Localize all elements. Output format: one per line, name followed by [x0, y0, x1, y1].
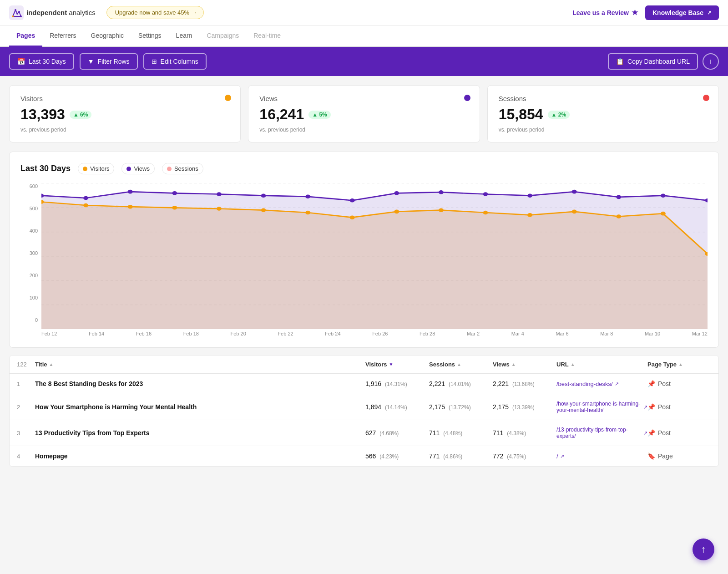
sessions-vs: vs. previous period [499, 127, 708, 133]
edit-label: Edit Columns [161, 58, 198, 65]
toolbar-right: 📋 Copy Dashboard URL i [608, 53, 719, 70]
svg-point-4 [16, 13, 18, 15]
col-head-url[interactable]: URL ▲ [556, 361, 647, 368]
x-label-feb22: Feb 22 [278, 331, 293, 336]
legend-visitors[interactable]: Visitors [78, 163, 114, 174]
row-2-url[interactable]: /how-your-smartphone-is-harming-your-men… [556, 401, 647, 413]
row-3-url[interactable]: /13-productivity-tips-from-top-experts/ … [556, 427, 647, 439]
svg-point-3 [15, 9, 16, 11]
col-head-visitors[interactable]: Visitors ▼ [365, 361, 429, 368]
row-4-type: 🔖 Page [647, 452, 711, 460]
nav-item-referrers[interactable]: Referrers [42, 25, 83, 47]
y-tick-300: 300 [30, 250, 38, 256]
row-3-type-val: Post [658, 429, 671, 437]
views-sort-icon: ▲ [511, 362, 516, 367]
logo-icon [9, 5, 24, 20]
row-1-views: 2,221 (13.68%) [493, 380, 556, 387]
legend-sessions[interactable]: Sessions [162, 163, 203, 174]
row-2-sessions-val: 2,175 [429, 403, 445, 411]
row-2-url-val: /how-your-smartphone-is-harming-your-men… [556, 401, 642, 413]
nav-item-pages[interactable]: Pages [9, 25, 42, 47]
row-4-url[interactable]: / ↗ [556, 453, 647, 460]
x-label-mar2: Mar 2 [467, 331, 480, 336]
header-right: Leave us a Review ★ Knowledge Base ↗ [572, 5, 719, 20]
col-head-title[interactable]: Title ▲ [35, 361, 365, 368]
nav-item-learn[interactable]: Learn [169, 25, 200, 47]
stat-card-sessions: Sessions 15,854 ▲ 2% vs. previous period [487, 85, 719, 142]
title-sort-icon: ▲ [49, 362, 54, 367]
svg-point-5 [18, 11, 20, 13]
visitors-dot-6 [261, 208, 266, 212]
info-button[interactable]: i [703, 53, 719, 70]
col-url-label: URL [556, 361, 569, 368]
row-4-views: 772 (4.75%) [493, 452, 556, 460]
row-4-num: 4 [17, 453, 35, 460]
row-2-views-pct: (13.39%) [512, 404, 535, 411]
row-1-url[interactable]: /best-standing-desks/ ↗ [556, 381, 647, 387]
col-visitors-label: Visitors [365, 361, 387, 368]
copy-dashboard-button[interactable]: 📋 Copy Dashboard URL [608, 53, 698, 70]
row-2-title[interactable]: How Your Smartphone is Harming Your Ment… [35, 403, 365, 411]
filter-rows-button[interactable]: ▼ Filter Rows [80, 53, 138, 70]
upgrade-button[interactable]: Upgrade now and save 45% → [106, 6, 204, 19]
col-head-sessions[interactable]: Sessions ▲ [429, 361, 493, 368]
col-head-count: 122 [17, 361, 35, 368]
nav-item-geographic[interactable]: Geographic [84, 25, 131, 47]
row-2-visitors-pct: (14.14%) [385, 404, 407, 411]
row-3-ext-link-icon: ↗ [643, 430, 647, 436]
row-3-views-val: 711 [493, 429, 503, 437]
x-label-feb12: Feb 12 [41, 331, 57, 336]
pagetype-sort-icon: ▲ [678, 362, 683, 367]
sessions-area [41, 202, 708, 329]
row-2-type-val: Post [658, 403, 671, 411]
legend-views[interactable]: Views [121, 163, 154, 174]
x-label-mar4: Mar 4 [511, 331, 524, 336]
row-3-title[interactable]: 13 Productivity Tips from Top Experts [35, 429, 365, 437]
views-dot-15 [661, 193, 666, 198]
last30-button[interactable]: 📅 Last 30 Days [9, 53, 74, 70]
edit-columns-button[interactable]: ⊞ Edit Columns [143, 53, 207, 70]
table-section: 122 Title ▲ Visitors ▼ Sessions ▲ Views … [9, 355, 719, 467]
nav-item-realtime[interactable]: Real-time [246, 25, 288, 47]
row-4-title[interactable]: Homepage [35, 452, 365, 460]
views-dot-11 [483, 192, 488, 196]
visitors-dot-4 [172, 206, 177, 210]
row-3-num: 3 [17, 430, 35, 437]
col-head-views[interactable]: Views ▲ [493, 361, 556, 368]
leave-review-link[interactable]: Leave us a Review ★ [572, 8, 638, 17]
visitors-dot-12 [527, 213, 532, 217]
sessions-badge: ▲ 2% [548, 111, 570, 119]
visitors-dot-13 [572, 210, 577, 214]
nav-item-campaigns[interactable]: Campaigns [199, 25, 246, 47]
visitors-dot-2 [83, 203, 88, 208]
visitors-number: 13,393 [20, 106, 65, 123]
sessions-dot [703, 95, 709, 101]
views-label: Views [259, 95, 468, 102]
row-2-visitors: 1,894 (14.14%) [365, 403, 429, 411]
row-2-ext-link-icon: ↗ [643, 404, 647, 410]
nav-item-settings[interactable]: Settings [131, 25, 169, 47]
row-2-sessions: 2,175 (13.72%) [429, 403, 493, 411]
row-4-views-val: 772 [493, 452, 503, 460]
knowledge-base-button[interactable]: Knowledge Base ↗ [645, 5, 719, 20]
external-link-icon: ↗ [707, 10, 712, 16]
col-head-pagetype[interactable]: Page Type ▲ [647, 361, 711, 368]
svg-point-6 [20, 15, 22, 17]
table-row: 1 The 8 Best Standing Desks for 2023 1,9… [10, 374, 718, 394]
views-dot-5 [217, 192, 222, 196]
filter-icon: ▼ [88, 58, 94, 65]
sessions-number: 15,854 [499, 106, 543, 123]
chart-svg [41, 183, 708, 329]
x-label-feb16: Feb 16 [136, 331, 152, 336]
chart-canvas-wrap: Feb 12 Feb 14 Feb 16 Feb 18 Feb 20 Feb 2… [41, 183, 708, 336]
row-3-visitors: 627 (4.68%) [365, 429, 429, 437]
row-1-title[interactable]: The 8 Best Standing Desks for 2023 [35, 380, 365, 387]
visitors-dot-14 [616, 214, 621, 218]
row-4-url-val: / [556, 453, 558, 460]
row-4-visitors-val: 566 [365, 452, 376, 460]
x-label-feb18: Feb 18 [183, 331, 199, 336]
sessions-sort-icon: ▲ [457, 362, 461, 367]
y-tick-0: 0 [35, 317, 38, 323]
views-dot-10 [439, 190, 444, 194]
visitors-value: 13,393 ▲ 6% [20, 106, 229, 123]
